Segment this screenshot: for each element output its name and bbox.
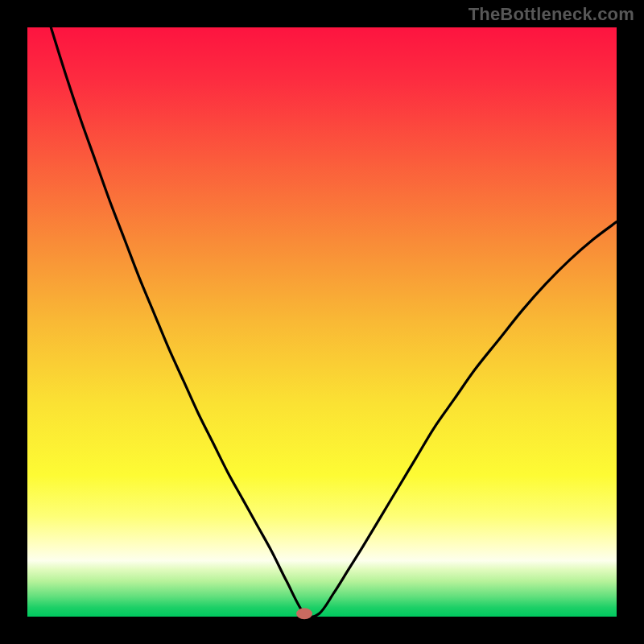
bottleneck-chart [0, 0, 644, 644]
chart-frame: TheBottleneck.com [0, 0, 644, 644]
plot-background [27, 27, 617, 617]
optimal-point-marker [296, 608, 312, 619]
watermark-text: TheBottleneck.com [469, 4, 634, 25]
